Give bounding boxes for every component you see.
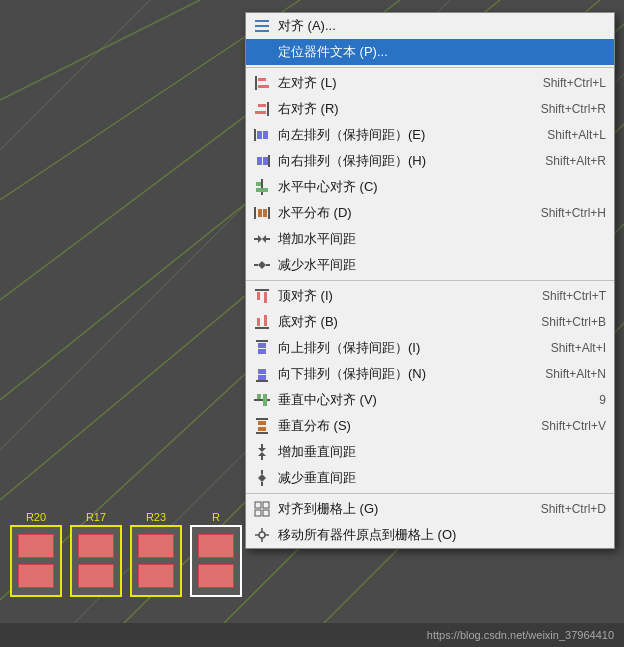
svg-rect-14	[255, 30, 269, 32]
svg-rect-53	[258, 375, 266, 380]
components-area: R20 R17 R23 R	[10, 511, 242, 597]
component-r17-box[interactable]	[70, 525, 122, 597]
menu-item-place-text[interactable]: 定位器件文本 (P)...	[246, 39, 614, 65]
component-r20-inner-top	[18, 534, 54, 558]
svg-rect-46	[257, 318, 260, 326]
svg-rect-24	[268, 155, 270, 167]
menu-item-align-icon	[252, 16, 272, 36]
menu-item-place-text-label: 定位器件文本 (P)...	[278, 43, 606, 61]
menu-item-right-align-shortcut: Shift+Ctrl+R	[541, 102, 606, 116]
svg-rect-17	[258, 85, 269, 88]
menu-item-align[interactable]: 对齐 (A)...	[246, 13, 614, 39]
svg-rect-59	[258, 421, 266, 425]
component-r17-label: R17	[86, 511, 106, 523]
menu-item-center-v-icon	[252, 390, 272, 410]
menu-item-distribute-left[interactable]: 向左排列（保持间距）(E)Shift+Alt+L	[246, 122, 614, 148]
menu-item-move-origin-icon	[252, 525, 272, 545]
svg-rect-52	[258, 369, 266, 374]
svg-line-9	[0, 0, 150, 150]
menu-item-distribute-up-icon	[252, 338, 272, 358]
svg-rect-15	[255, 76, 257, 90]
svg-rect-30	[254, 207, 256, 219]
menu-item-distribute-h-icon	[252, 203, 272, 223]
svg-rect-62	[261, 456, 263, 460]
menu-item-increase-h-label: 增加水平间距	[278, 230, 606, 248]
status-url: https://blog.csdn.net/weixin_37964410	[427, 629, 614, 641]
menu-item-bottom-align[interactable]: 底对齐 (B)Shift+Ctrl+B	[246, 309, 614, 335]
menu-item-increase-h-icon	[252, 229, 272, 249]
menu-item-decrease-h[interactable]: 减少水平间距	[246, 252, 614, 278]
menu-item-decrease-v-label: 减少垂直间距	[278, 469, 606, 487]
svg-rect-57	[256, 418, 268, 420]
svg-rect-66	[261, 482, 263, 486]
menu-item-distribute-right[interactable]: 向右排列（保持间距）(H)Shift+Alt+R	[246, 148, 614, 174]
svg-rect-32	[258, 209, 262, 217]
menu-item-center-h[interactable]: 水平中心对齐 (C)	[246, 174, 614, 200]
component-r-box[interactable]	[190, 525, 242, 597]
menu-item-move-origin[interactable]: 移动所有器件原点到栅格上 (O)	[246, 522, 614, 548]
svg-rect-58	[256, 432, 268, 434]
menu-item-center-v[interactable]: 垂直中心对齐 (V)9	[246, 387, 614, 413]
svg-rect-42	[255, 289, 269, 291]
menu-item-distribute-down-icon	[252, 364, 272, 384]
svg-rect-35	[266, 238, 270, 240]
menu-item-align-grid-icon	[252, 499, 272, 519]
menu-item-center-v-label: 垂直中心对齐 (V)	[278, 391, 583, 409]
svg-rect-50	[258, 349, 266, 354]
component-r23-inner-top	[138, 534, 174, 558]
svg-rect-31	[268, 207, 270, 219]
svg-rect-13	[255, 25, 269, 27]
component-r23-box[interactable]	[130, 525, 182, 597]
component-r23-label: R23	[146, 511, 166, 523]
svg-rect-45	[255, 327, 269, 329]
menu-item-distribute-down-label: 向下排列（保持间距）(N)	[278, 365, 529, 383]
svg-rect-25	[257, 157, 262, 165]
svg-marker-41	[262, 261, 266, 269]
svg-rect-33	[263, 209, 267, 217]
menu-item-left-align-shortcut: Shift+Ctrl+L	[543, 76, 606, 90]
menu-item-distribute-down-shortcut: Shift+Alt+N	[545, 367, 606, 381]
component-r20: R20	[10, 511, 62, 597]
menu-item-place-text-icon	[252, 42, 272, 62]
menu-item-left-align-label: 左对齐 (L)	[278, 74, 527, 92]
menu-item-distribute-right-label: 向右排列（保持间距）(H)	[278, 152, 529, 170]
menu-item-bottom-align-shortcut: Shift+Ctrl+B	[541, 315, 606, 329]
component-r: R	[190, 511, 242, 597]
menu-item-align-grid[interactable]: 对齐到栅格上 (G)Shift+Ctrl+D	[246, 493, 614, 522]
svg-marker-67	[258, 474, 266, 478]
menu-item-right-align-icon	[252, 99, 272, 119]
svg-rect-70	[263, 502, 269, 508]
svg-rect-65	[261, 470, 263, 474]
svg-rect-29	[256, 188, 268, 192]
component-r17-inner-bottom	[78, 564, 114, 588]
svg-rect-39	[266, 264, 270, 266]
menu-item-left-align[interactable]: 左对齐 (L)Shift+Ctrl+L	[246, 67, 614, 96]
svg-rect-51	[256, 380, 268, 382]
svg-rect-71	[255, 510, 261, 516]
menu-item-top-align[interactable]: 顶对齐 (I)Shift+Ctrl+T	[246, 280, 614, 309]
menu-item-decrease-v[interactable]: 减少垂直间距	[246, 465, 614, 491]
svg-rect-48	[256, 340, 268, 342]
menu-item-distribute-h[interactable]: 水平分布 (D)Shift+Ctrl+H	[246, 200, 614, 226]
svg-rect-20	[255, 111, 266, 114]
svg-rect-19	[258, 104, 266, 107]
svg-rect-44	[264, 292, 267, 303]
menu-item-distribute-down[interactable]: 向下排列（保持间距）(N)Shift+Alt+N	[246, 361, 614, 387]
menu-item-distribute-up[interactable]: 向上排列（保持间距）(I)Shift+Alt+I	[246, 335, 614, 361]
menu-item-right-align[interactable]: 右对齐 (R)Shift+Ctrl+R	[246, 96, 614, 122]
menu-item-increase-h[interactable]: 增加水平间距	[246, 226, 614, 252]
component-r20-box[interactable]	[10, 525, 62, 597]
menu-item-distribute-left-icon	[252, 125, 272, 145]
svg-marker-64	[258, 452, 266, 456]
menu-item-decrease-h-icon	[252, 255, 272, 275]
svg-rect-54	[254, 399, 270, 401]
svg-rect-12	[255, 20, 269, 22]
component-r23-inner-bottom	[138, 564, 174, 588]
svg-rect-72	[263, 510, 269, 516]
menu-item-distribute-v[interactable]: 垂直分布 (S)Shift+Ctrl+V	[246, 413, 614, 439]
svg-marker-36	[258, 235, 262, 243]
component-r20-inner-bottom	[18, 564, 54, 588]
menu-item-increase-v[interactable]: 增加垂直间距	[246, 439, 614, 465]
component-r17: R17	[70, 511, 122, 597]
menu-item-center-h-icon	[252, 177, 272, 197]
